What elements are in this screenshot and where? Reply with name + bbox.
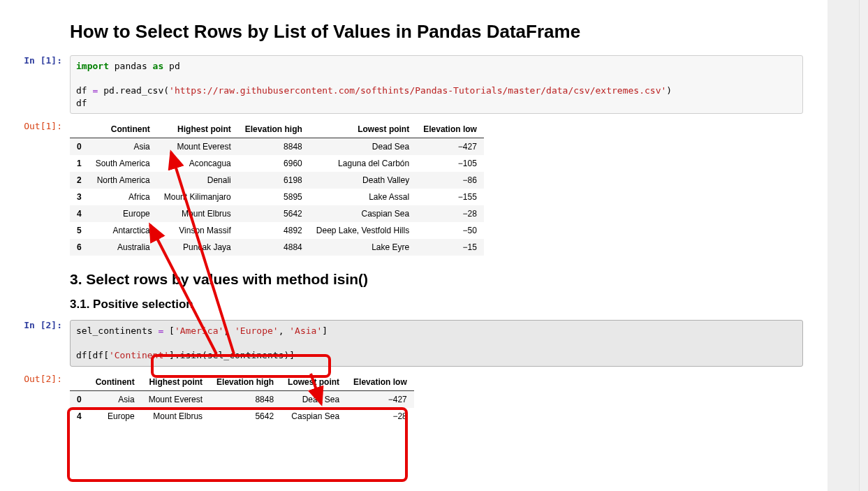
table-row: 4EuropeMount Elbrus5642Caspian Sea−28 [70, 408, 414, 425]
table-header: Elevation high [238, 121, 309, 138]
section-heading: 3. Select rows by values with method isi… [70, 271, 803, 288]
table-header [70, 374, 89, 391]
output-table-2: ContinentHighest pointElevation highLowe… [70, 374, 414, 425]
keyword-as: as [153, 61, 164, 71]
keyword-import: import [76, 61, 109, 71]
table-row: 3AfricaMount Kilimanjaro5895Lake Assal−1… [70, 189, 484, 205]
table-row: 4EuropeMount Elbrus5642Caspian Sea−28 [70, 205, 484, 222]
output-table-1: ContinentHighest pointElevation highLowe… [70, 121, 484, 256]
url-string: 'https://raw.githubusercontent.com/softh… [169, 85, 666, 96]
table-header [70, 121, 89, 138]
subsection-heading: 3.1. Positive selection [70, 298, 803, 312]
prompt-out-1: Out[1]: [0, 121, 66, 131]
table-header: Lowest point [281, 374, 346, 391]
code-cell-1[interactable]: import pandas as pd df = pd.read_csv('ht… [70, 55, 803, 114]
page-title: How to Select Rows by List of Values in … [70, 21, 803, 43]
code-cell-2[interactable]: sel_continents = ['America', 'Europe', '… [70, 320, 803, 367]
table-header: Elevation low [416, 121, 484, 138]
table-header: Continent [89, 374, 142, 391]
table-header: Elevation low [346, 374, 414, 391]
table-header: Highest point [157, 121, 238, 138]
table-row: 2North AmericaDenali6198Death Valley−86 [70, 172, 484, 189]
table-header: Highest point [142, 374, 209, 391]
table-row: 1South AmericaAconcagua6960Laguna del Ca… [70, 155, 484, 172]
table-row: 5AntarcticaVinson Massif4892Deep Lake, V… [70, 222, 484, 239]
prompt-in-2: In [2]: [0, 320, 66, 330]
table-row: 0AsiaMount Everest8848Dead Sea−427 [70, 390, 414, 408]
table-row: 0AsiaMount Everest8848Dead Sea−427 [70, 138, 484, 156]
vertical-scrollbar[interactable] [859, 0, 868, 491]
table-header: Elevation high [209, 374, 281, 391]
prompt-out-2: Out[2]: [0, 374, 66, 384]
prompt-in-1: In [1]: [0, 55, 66, 66]
table-header: Continent [89, 121, 157, 138]
table-header: Lowest point [309, 121, 416, 138]
table-row: 6AustraliaPuncak Jaya4884Lake Eyre−15 [70, 239, 484, 256]
